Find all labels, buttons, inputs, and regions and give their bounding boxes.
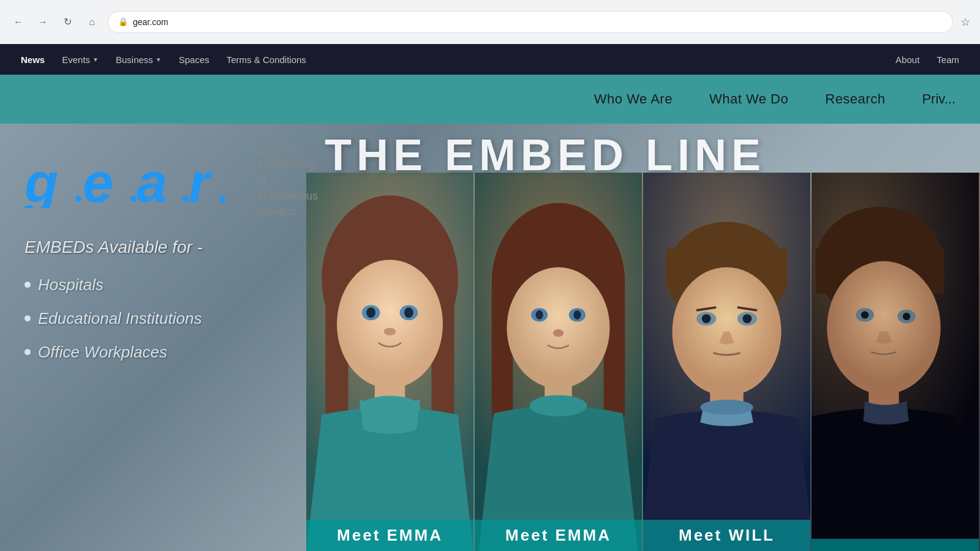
site-nav-secondary: Who We Are What We Do Research Priv... — [0, 75, 980, 124]
bookmark-star-icon[interactable]: ☆ — [960, 15, 970, 29]
embed-item-educational: Educational Institutions — [24, 309, 282, 328]
svg-rect-23 — [604, 279, 625, 422]
nav-terms[interactable]: Terms & Conditions — [218, 44, 315, 75]
robot-card-emma1: Meet EMMA — [306, 173, 475, 551]
svg-point-5 — [183, 196, 189, 202]
svg-point-49 — [903, 313, 910, 320]
svg-rect-22 — [492, 279, 513, 422]
embed-line-title: THE EMBED LINE — [306, 130, 980, 180]
robot-card-emma2: Meet EMMA — [475, 173, 643, 551]
svg-text:r: r — [189, 152, 213, 208]
svg-point-19 — [360, 396, 420, 419]
svg-point-39 — [742, 314, 752, 323]
events-dropdown-arrow: ▼ — [92, 56, 99, 63]
svg-point-15 — [366, 307, 375, 318]
gear-logo-letters: g e a r — [24, 150, 245, 211]
nav-spaces[interactable]: Spaces — [170, 44, 218, 75]
nav-who-we-are[interactable]: Who We Are — [594, 91, 673, 107]
svg-text:g: g — [24, 152, 58, 208]
embed-list: Hospitals Educational Institutions Offic… — [24, 276, 282, 362]
svg-point-24 — [507, 268, 609, 389]
svg-point-45 — [827, 261, 940, 395]
robot-label-will2 — [812, 539, 979, 551]
url-text: gear.com — [133, 17, 168, 27]
left-panel: g e a r general en — [0, 124, 306, 551]
nav-what-we-do[interactable]: What We Do — [709, 91, 788, 107]
home-button[interactable]: ⌂ — [83, 13, 100, 31]
robot-label-will1: Meet WILL — [643, 520, 810, 551]
nav-team[interactable]: Team — [928, 54, 968, 65]
lock-icon: 🔒 — [118, 17, 128, 26]
svg-point-31 — [530, 395, 587, 416]
nav-privacy-partial: Priv... — [922, 91, 956, 107]
browser-chrome: ← → ↻ ⌂ 🔒 gear.com ☆ — [0, 0, 980, 44]
address-bar[interactable]: 🔒 gear.com — [108, 11, 953, 33]
robot-card-will2 — [812, 173, 980, 551]
gear-logo: g e a r general en — [24, 142, 282, 219]
site-nav-top: News Events ▼ Business ▼ Spaces Terms & … — [0, 44, 980, 75]
svg-point-41 — [700, 400, 753, 415]
svg-point-38 — [702, 314, 711, 323]
svg-point-27 — [535, 310, 543, 320]
nav-right-group: About Team — [887, 54, 968, 65]
nav-news[interactable]: News — [12, 44, 53, 75]
bullet-educational — [24, 315, 31, 321]
nav-about[interactable]: About — [887, 54, 928, 65]
svg-text:e: e — [83, 152, 113, 208]
robot-card-will1: Meet WILL — [643, 173, 812, 551]
nav-business[interactable]: Business ▼ — [107, 44, 170, 75]
bullet-office — [24, 349, 31, 355]
svg-point-1 — [75, 196, 81, 202]
robot-label-emma1: Meet EMMA — [306, 520, 473, 551]
svg-point-7 — [219, 196, 225, 202]
svg-point-12 — [337, 260, 443, 388]
robot-label-emma2: Meet EMMA — [475, 520, 642, 551]
back-button[interactable]: ← — [10, 13, 27, 31]
embed-line-title-text: THE EMBED LINE — [325, 130, 766, 179]
right-panel: THE EMBED LINE — [306, 124, 980, 551]
nav-events[interactable]: Events ▼ — [53, 44, 107, 75]
business-dropdown-arrow: ▼ — [156, 56, 162, 63]
nav-research[interactable]: Research — [825, 91, 885, 107]
svg-text:a: a — [137, 152, 167, 208]
embeds-available-title: EMBEDs Available for - — [24, 238, 282, 257]
embed-item-office: Office Workplaces — [24, 343, 282, 362]
main-content: g e a r general en — [0, 124, 980, 551]
reload-button[interactable]: ↻ — [59, 13, 76, 31]
svg-point-29 — [553, 329, 564, 337]
bullet-hospitals — [24, 282, 31, 288]
svg-point-28 — [573, 310, 581, 320]
forward-button[interactable]: → — [34, 13, 51, 31]
robots-grid: Meet EMMA — [306, 173, 980, 551]
svg-point-3 — [130, 196, 137, 202]
svg-point-48 — [861, 311, 869, 318]
svg-point-16 — [404, 307, 413, 318]
svg-point-17 — [384, 328, 396, 335]
embed-item-hospitals: Hospitals — [24, 276, 282, 294]
